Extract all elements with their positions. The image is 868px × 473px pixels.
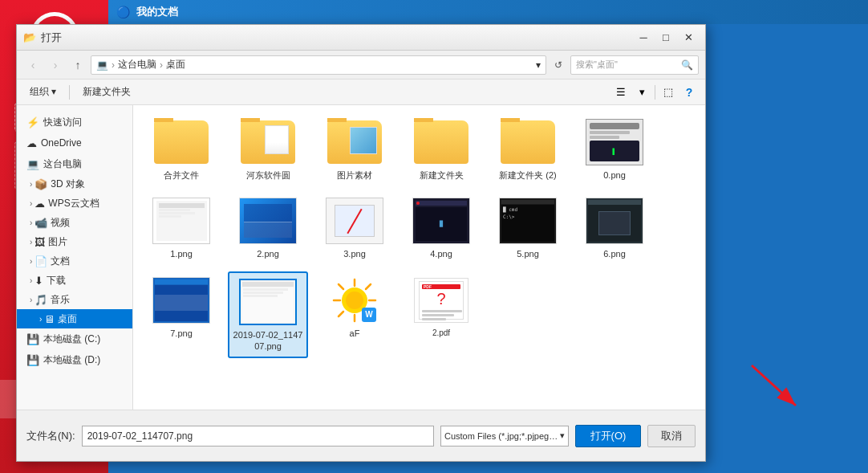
- organize-btn[interactable]: 组织 ▾: [23, 83, 63, 102]
- dialog-title: 打开: [41, 31, 633, 45]
- back-btn[interactable]: ‹: [23, 55, 43, 75]
- sidebar-quick-access[interactable]: ⚡ 快速访问: [17, 112, 132, 133]
- filename-label: 文件名(N):: [26, 429, 75, 443]
- merge-folder-thumb: [152, 118, 210, 166]
- preview-btn[interactable]: ⬚: [659, 83, 678, 102]
- search-placeholder: 搜索"桌面": [576, 59, 618, 71]
- 7png-img: [152, 277, 210, 324]
- images-folder-thumb: [326, 118, 383, 166]
- 5png-name: 5.png: [517, 248, 539, 259]
- file-sun-jpg[interactable]: W aF: [314, 271, 395, 359]
- file-images-folder[interactable]: 图片素材: [314, 113, 395, 186]
- file-6png[interactable]: 6.png: [574, 192, 655, 264]
- doc-folder-icon: 📄: [34, 255, 47, 267]
- breadcrumb-icon: 💻: [96, 59, 108, 71]
- sidebar-this-pc[interactable]: 💻 这台电脑: [17, 153, 132, 174]
- sidebar-onedrive[interactable]: ☁ OneDrive: [17, 133, 132, 153]
- download-icon: ⬇: [34, 275, 43, 287]
- pdf-name: 2.pdf: [432, 328, 450, 338]
- quick-access-icon: ⚡: [26, 116, 39, 128]
- breadcrumb-bar[interactable]: 💻 › 这台电脑 › 桌面 ▾: [91, 55, 546, 75]
- new-folder-name: 新建文件夹: [420, 169, 464, 181]
- new-folder2-img: [501, 120, 555, 164]
- desktop-icon: 🖥: [44, 313, 55, 325]
- inner-doc: [265, 125, 289, 154]
- dialog-toolbar2: 组织 ▾ 新建文件夹 ☰ ▾ ⬚ ?: [17, 80, 705, 105]
- file-pdf[interactable]: PDF ? 2.pdf: [401, 271, 481, 359]
- file-2png[interactable]: 2.png: [228, 192, 308, 264]
- sidebar-music[interactable]: › 🎵 音乐: [17, 290, 132, 309]
- 2png-thumb: [239, 197, 297, 245]
- view-btns: ☰ ▾ ⬚ ?: [611, 83, 699, 102]
- 4png-img: ▐▌: [412, 198, 470, 244]
- onedrive-icon: ☁: [26, 137, 37, 149]
- file-1png[interactable]: 1.png: [141, 192, 221, 264]
- sidebar-wps[interactable]: › ☁ WPS云文档: [17, 194, 132, 213]
- merge-folder-name: 合并文件: [164, 169, 199, 181]
- tree-arrow-dl: ›: [30, 276, 32, 285]
- 3d-icon: 📦: [34, 178, 47, 190]
- minimize-btn[interactable]: ─: [633, 30, 654, 46]
- maximize-btn[interactable]: □: [655, 30, 676, 46]
- file-new-folder2[interactable]: 新建文件夹 (2): [488, 113, 568, 186]
- close-btn[interactable]: ✕: [678, 30, 699, 46]
- up-btn[interactable]: ↑: [68, 55, 87, 75]
- file-4png[interactable]: ▐▌ 4.png: [401, 192, 481, 264]
- video-icon: 📹: [34, 217, 47, 229]
- file-7png[interactable]: 7.png: [141, 271, 221, 359]
- view-sep: [655, 85, 655, 100]
- filetype-select[interactable]: Custom Files (*.jpg;*.pjpeg;*... ▾: [440, 426, 569, 446]
- cancel-btn[interactable]: 取消: [647, 425, 696, 447]
- 4png-name: 4.png: [430, 248, 452, 259]
- filetype-dropdown-icon: ▾: [560, 430, 565, 441]
- file-3png[interactable]: 3.png: [314, 192, 395, 264]
- 5png-img: █ cmdC:\>: [499, 198, 557, 244]
- filename-input[interactable]: [82, 426, 434, 446]
- sun-thumb: W: [326, 276, 383, 324]
- 0png-thumb: ▌: [586, 118, 643, 166]
- open-file-btn[interactable]: 打开(O): [575, 425, 641, 447]
- sidebar-pictures[interactable]: › 🖼 图片: [17, 232, 132, 251]
- file-hedong-folder[interactable]: 河东软件圆: [228, 113, 308, 186]
- sidebar-local-c[interactable]: 💾 本地磁盘 (C:): [17, 328, 132, 349]
- file-5png[interactable]: █ cmdC:\> 5.png: [488, 192, 568, 264]
- view-details-btn[interactable]: ☰: [611, 83, 631, 102]
- music-icon: 🎵: [34, 294, 47, 306]
- file-merge-folder[interactable]: 合并文件: [141, 113, 221, 186]
- 3png-name: 3.png: [343, 248, 366, 259]
- file-selected-png[interactable]: 2019-07-02_114707.png: [228, 271, 308, 359]
- breadcrumb-dropdown-icon[interactable]: ▾: [536, 59, 541, 71]
- folder-img: [154, 120, 209, 164]
- 2png-content: [240, 198, 296, 243]
- 2png-name: 2.png: [257, 248, 279, 259]
- file-new-folder[interactable]: 新建文件夹: [401, 113, 481, 186]
- sidebar-downloads[interactable]: › ⬇ 下载: [17, 271, 132, 290]
- sidebar-local-d[interactable]: 💾 本地磁盘 (D:): [17, 349, 132, 370]
- breadcrumb-this-pc: 这台电脑: [118, 58, 156, 71]
- folder-doc-img: [241, 120, 295, 164]
- new-folder-btn[interactable]: 新建文件夹: [76, 83, 137, 102]
- svg-line-7: [339, 284, 343, 289]
- sidebar-desktop[interactable]: › 🖥 桌面: [17, 309, 132, 328]
- 5png-thumb: █ cmdC:\>: [499, 197, 557, 245]
- 0png-img: ▌: [586, 119, 643, 165]
- refresh-btn[interactable]: ↺: [550, 56, 567, 74]
- view-dropdown-btn[interactable]: ▾: [632, 83, 651, 102]
- search-box[interactable]: 搜索"桌面" 🔍: [570, 55, 699, 75]
- 1png-img: [152, 198, 210, 244]
- dialog-content: ⚡ 快速访问 ☁ OneDrive 💻 这台电脑 › 📦 3D 对象 › ☁ W…: [17, 105, 705, 410]
- tree-arrow-pics: ›: [30, 238, 32, 247]
- sun-jpg-name: aF: [350, 328, 360, 339]
- forward-btn[interactable]: ›: [46, 55, 65, 75]
- file-grid-area[interactable]: 合并文件 河东软件圆 图片素材: [133, 105, 705, 410]
- sidebar-videos[interactable]: › 📹 视频: [17, 213, 132, 232]
- sidebar-3d[interactable]: › 📦 3D 对象: [17, 174, 132, 194]
- file-0png[interactable]: ▌ 0.png: [574, 113, 655, 186]
- pc-icon: 💻: [26, 158, 39, 170]
- selected-png-thumb: [239, 278, 297, 326]
- bottom-row: 文件名(N): Custom Files (*.jpg;*.pjpeg;*...…: [26, 425, 696, 447]
- dialog-controls: ─ □ ✕: [633, 30, 699, 46]
- breadcrumb-sep1: ›: [112, 59, 115, 71]
- help-btn[interactable]: ?: [679, 83, 699, 102]
- sidebar-documents[interactable]: › 📄 文档: [17, 251, 132, 271]
